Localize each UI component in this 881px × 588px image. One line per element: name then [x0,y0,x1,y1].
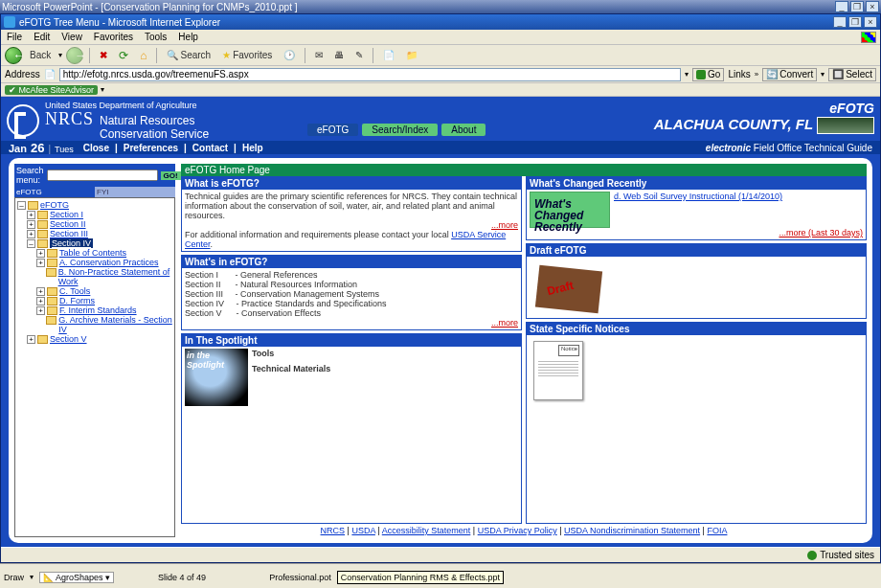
spotlight-image [185,349,248,406]
mail-button[interactable]: ✉ [311,49,327,61]
changed-more-link[interactable]: ...more (Last 30 days) [779,228,863,237]
ie-titlebar: eFOTG Tree Menu - Microsoft Internet Exp… [1,14,880,30]
panel-what-is: What is eFOTG? Technical guides are the … [181,176,522,252]
main-area: Search menu: GO! eFOTG FYI –eFOTG +Secti… [9,158,872,543]
ppt-restore-button[interactable]: ❐ [850,1,864,12]
tab-about[interactable]: About [441,124,486,136]
page-icon: 📄 [44,69,56,79]
menu-tools[interactable]: Tools [145,32,167,42]
tree-s2[interactable]: Section II [50,219,86,229]
link-help[interactable]: Help [242,143,263,153]
stop-button[interactable]: ✖ [96,48,111,63]
tree-f[interactable]: F. Interim Standards [59,305,137,315]
powerpoint-status-strip: Draw▾ 📐 AgroShapes ▾ Slide 4 of 49 Profe… [0,563,881,588]
footer-privacy[interactable]: USDA Privacy Policy [478,526,557,535]
more-link-1[interactable]: ...more [491,220,518,230]
ie-status-bar: Trusted sites [1,547,880,562]
tab-search[interactable]: Search/Index [362,124,438,136]
tree-s4[interactable]: Section IV [50,238,93,248]
nrcs-text: NRCS [45,110,94,127]
ie-restore-button[interactable]: ❐ [848,16,862,28]
tree-root[interactable]: eFOTG [40,200,69,210]
footer-nrcs[interactable]: NRCS [321,526,346,535]
search-button[interactable]: 🔍Search [163,49,215,61]
tree-toc[interactable]: Table of Contents [59,248,126,258]
address-bar: Address 📄 ▾ Go Links» 🔄Convert ▾ 🔲Select [1,66,880,83]
footer-usda[interactable]: USDA [351,526,375,535]
convert-button[interactable]: 🔄Convert [762,68,817,81]
misc-icon-2[interactable]: 📁 [402,49,421,61]
tree-s3[interactable]: Section III [50,229,88,238]
notice-document-image[interactable] [533,341,583,400]
tooltip: Conservation Planning RMS & Effects.ppt [337,571,504,584]
sidebar-go-button[interactable]: GO! [161,171,181,180]
mcafee-badge[interactable]: ✔ McAfee SiteAdvisor [5,85,98,95]
tree-b[interactable]: B. Non-Practice Statement of Work [58,267,172,286]
slide-counter: Slide 4 of 49 [158,573,206,582]
print-button[interactable]: 🖶 [330,49,348,61]
sidebar-tab-fyi[interactable]: FYI [95,187,175,197]
ppt-title-text: Microsoft PowerPoint - [Conservation Pla… [2,2,297,12]
panel-changed: What's Changed Recently What'sChangedRec… [526,176,867,240]
ppt-min-button[interactable]: _ [835,1,848,12]
footer-nondiscrimination[interactable]: USDA Nondiscrimination Statement [564,526,700,535]
top-tabs: eFOTG Search/Index About [307,124,486,136]
tree-s5[interactable]: Section V [50,334,87,344]
sidebar: Search menu: GO! eFOTG FYI –eFOTG +Secti… [14,164,175,537]
spotlight-tools-link[interactable]: Tools [252,349,274,358]
spotlight-tech-link[interactable]: Technical Materials [252,364,330,373]
tree-s1[interactable]: Section I [50,210,83,219]
refresh-button[interactable]: ⟳ [115,48,132,63]
sub-banner: Jan26|Tues Close| Preferences| Contact| … [1,141,880,154]
draft-folder-image[interactable] [533,262,600,312]
tab-efotg[interactable]: eFOTG [307,124,358,136]
link-prefs[interactable]: Preferences [124,143,178,153]
sidebar-tab-efotg[interactable]: eFOTG [14,187,95,197]
select-button[interactable]: 🔲Select [828,68,876,81]
back-label[interactable]: Back [26,49,55,61]
link-close[interactable]: Close [83,143,109,153]
link-contact[interactable]: Contact [192,143,228,153]
footer-foia[interactable]: FOIA [707,526,727,535]
sidebar-search: Search menu: GO! [14,164,175,187]
more-link-2[interactable]: ...more [491,318,518,328]
agroshapes-dropdown[interactable]: 📐 AgroShapes ▾ [39,572,114,583]
ie-window: eFOTG Tree Menu - Microsoft Internet Exp… [0,13,881,563]
address-input[interactable] [59,68,681,81]
changed-item-link[interactable]: d. Web Soil Survey Instructional (1/14/2… [614,192,782,228]
go-button[interactable]: Go [692,68,724,81]
sidebar-search-input[interactable] [47,170,158,181]
ie-min-button[interactable]: _ [833,16,847,28]
footer-links: NRCS | USDA | Accessibility Statement | … [181,524,867,537]
panel-whats-in: What's in eFOTG? Section I - General Ref… [181,255,522,330]
menu-help[interactable]: Help [178,32,198,42]
windows-flag-icon [861,32,876,43]
home-button[interactable]: ⌂ [136,48,150,63]
content-area: eFOTG Home Page What is eFOTG? Technical… [181,164,867,537]
ie-close-button[interactable]: × [864,16,877,28]
menu-edit[interactable]: Edit [34,32,50,42]
footer-accessibility[interactable]: Accessibility Statement [382,526,471,535]
nrcs-sub1: Natural Resources [100,114,209,127]
tree-a[interactable]: A. Conservation Practices [59,258,159,267]
nrcs-sub2: Conservation Service [100,127,209,141]
date-box: Jan26|Tues [9,141,74,155]
menu-favorites[interactable]: Favorites [94,32,133,42]
tree-view[interactable]: –eFOTG +Section I +Section II +Section I… [14,197,175,537]
tree-g[interactable]: G. Archive Materials - Section IV [58,315,172,334]
tree-c[interactable]: C. Tools [59,286,90,296]
misc-icon-1[interactable]: 📄 [379,49,398,61]
forward-button[interactable]: → [66,47,83,64]
ppt-close-button[interactable]: × [866,1,879,12]
favorites-button[interactable]: ★Favorites [218,49,276,61]
page-title: eFOTG Home Page [181,164,867,176]
tree-d[interactable]: D. Forms [59,296,95,305]
back-button[interactable]: ← [5,47,22,64]
draw-label[interactable]: Draw [4,573,24,582]
menu-file[interactable]: File [7,32,22,42]
menu-view[interactable]: View [61,32,82,42]
history-button[interactable]: 🕑 [280,49,299,61]
links-label[interactable]: Links [728,69,750,79]
mcafee-bar: ✔ McAfee SiteAdvisor ▾ [1,83,880,97]
edit-button[interactable]: ✎ [351,49,367,61]
